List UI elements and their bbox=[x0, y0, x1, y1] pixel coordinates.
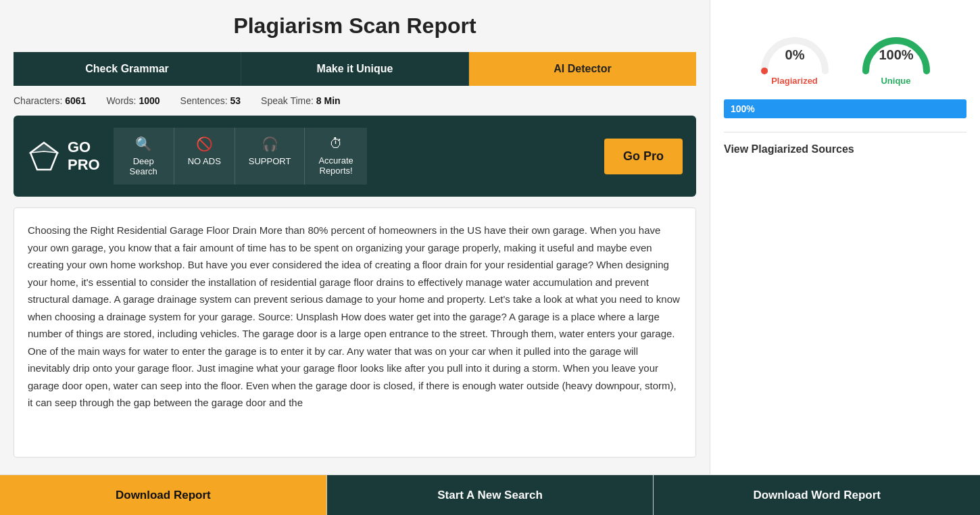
promo-logo: GOPRO bbox=[27, 139, 100, 174]
promo-banner: GOPRO 🔍 DeepSearch 🚫 NO ADS 🎧 SUPPORT ⏱ bbox=[14, 116, 696, 197]
promo-feature-deep-search: 🔍 DeepSearch bbox=[114, 128, 174, 185]
unique-gauge: 100% Unique bbox=[856, 20, 937, 86]
promo-feature-support: 🎧 SUPPORT bbox=[235, 128, 305, 185]
plagiarized-label: Plagiarized bbox=[771, 76, 818, 86]
unique-label: Unique bbox=[881, 76, 910, 86]
view-plagiarized-sources-link[interactable]: View Plagiarized Sources bbox=[724, 143, 854, 155]
divider bbox=[724, 132, 966, 132]
accurate-icon: ⏱ bbox=[329, 136, 343, 151]
content-text: Choosing the Right Residential Garage Fl… bbox=[28, 222, 682, 412]
promo-feature-no-ads: 🚫 NO ADS bbox=[174, 128, 235, 185]
progress-bar-container: 100% bbox=[724, 99, 966, 118]
download-report-button[interactable]: Download Report bbox=[0, 475, 327, 515]
start-new-search-button[interactable]: Start A New Search bbox=[327, 475, 654, 515]
content-area: Choosing the Right Residential Garage Fl… bbox=[14, 207, 696, 458]
svg-text:100%: 100% bbox=[879, 47, 913, 62]
go-pro-button[interactable]: Go Pro bbox=[604, 139, 683, 174]
svg-marker-1 bbox=[30, 143, 57, 153]
page-title: Plagiarism Scan Report bbox=[14, 14, 696, 39]
promo-features: 🔍 DeepSearch 🚫 NO ADS 🎧 SUPPORT ⏱ Accura… bbox=[114, 128, 591, 185]
progress-bar-text: 100% bbox=[731, 103, 755, 114]
diamond-icon bbox=[27, 139, 61, 173]
speak-time-stat: Speak Time: 8 Min bbox=[261, 95, 341, 106]
progress-bar: 100% bbox=[724, 99, 966, 118]
search-icon: 🔍 bbox=[135, 136, 152, 152]
words-stat: Words: 1000 bbox=[106, 95, 160, 106]
footer-bar: Download Report Start A New Search Downl… bbox=[0, 474, 980, 515]
plagiarized-gauge-svg: 0% bbox=[754, 20, 835, 74]
download-word-report-button[interactable]: Download Word Report bbox=[654, 475, 980, 515]
go-pro-text: GOPRO bbox=[68, 139, 100, 174]
toolbar: Check Grammar Make it Unique AI Detector bbox=[14, 52, 696, 86]
make-unique-button[interactable]: Make it Unique bbox=[241, 52, 469, 86]
promo-feature-accurate: ⏱ AccurateReports! bbox=[305, 128, 366, 185]
characters-stat: Characters: 6061 bbox=[14, 95, 86, 106]
stats-bar: Characters: 6061 Words: 1000 Sentences: … bbox=[14, 95, 696, 106]
unique-gauge-svg: 100% bbox=[856, 20, 937, 74]
no-ads-icon: 🚫 bbox=[196, 136, 213, 152]
sentences-stat: Sentences: 53 bbox=[180, 95, 241, 106]
plagiarized-gauge: 0% Plagiarized bbox=[754, 20, 835, 86]
gauges-row: 0% Plagiarized 100% Unique bbox=[754, 20, 937, 86]
ai-detector-button[interactable]: AI Detector bbox=[469, 52, 696, 86]
support-icon: 🎧 bbox=[262, 136, 278, 152]
svg-text:0%: 0% bbox=[785, 47, 804, 62]
check-grammar-button[interactable]: Check Grammar bbox=[14, 52, 241, 86]
